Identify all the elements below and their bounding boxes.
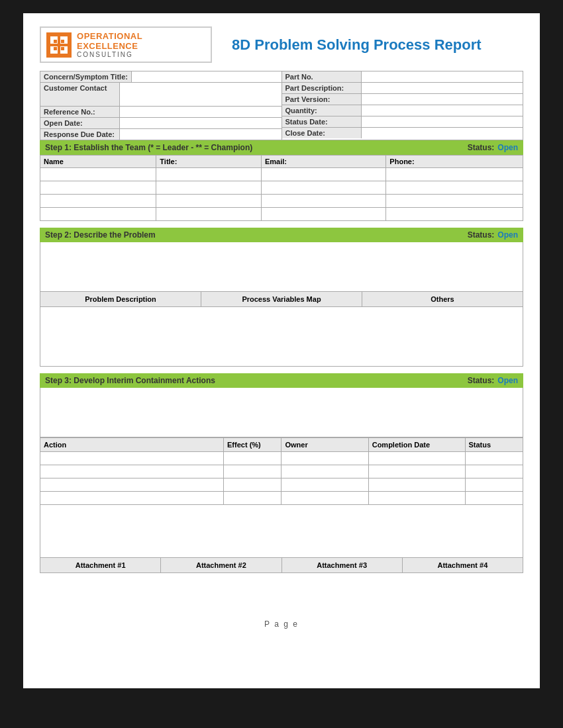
part-version-row: Part Version: <box>282 94 523 105</box>
response-due-label: Response Due Date: <box>40 129 120 140</box>
top-right: Part No. Part Description: Part Version:… <box>282 71 523 140</box>
tool-problem-desc[interactable]: Problem Description <box>40 292 201 306</box>
quantity-value[interactable] <box>362 105 523 116</box>
status-date-value[interactable] <box>362 116 523 127</box>
team-table: Name Title: Email: Phone: <box>40 155 523 221</box>
svg-rect-5 <box>61 40 64 43</box>
part-no-row: Part No. <box>282 71 523 83</box>
close-date-label: Close Date: <box>282 128 362 138</box>
customer-contact-label: Customer Contact <box>40 83 120 106</box>
step1-subtitle: (* = Leader - ** = Champion) <box>148 143 252 152</box>
attachment-4[interactable]: Attachment #4 <box>403 558 523 572</box>
concern-value[interactable] <box>132 71 282 82</box>
tools-row: Problem Description Process Variables Ma… <box>40 292 523 307</box>
col-name: Name <box>40 156 156 168</box>
part-no-value[interactable] <box>362 71 523 82</box>
reference-value[interactable] <box>120 107 282 117</box>
status-date-label: Status Date: <box>282 116 362 127</box>
svg-rect-7 <box>61 47 64 50</box>
quantity-row: Quantity: <box>282 105 523 116</box>
team-row-1[interactable] <box>40 168 523 181</box>
team-row-2[interactable] <box>40 181 523 195</box>
action-table: Action Effect (%) Owner Completion Date … <box>40 437 523 505</box>
open-date-row: Open Date: <box>40 118 282 129</box>
concern-row: Concern/Symptom Title: <box>40 71 282 83</box>
close-date-value[interactable] <box>362 128 523 138</box>
attachment-1[interactable]: Attachment #1 <box>40 558 161 572</box>
brand-perational: PERATIONAL <box>84 31 142 41</box>
team-table-header: Name Title: Email: Phone: <box>40 156 523 168</box>
open-date-value[interactable] <box>120 118 282 128</box>
step2-title: Step 2: Describe the Problem <box>45 230 156 240</box>
part-desc-label: Part Description: <box>282 83 362 93</box>
step3-header: Step 3: Develop Interim Containment Acti… <box>40 373 523 388</box>
team-row-3[interactable] <box>40 195 523 208</box>
action-row-4[interactable] <box>40 492 523 505</box>
svg-rect-6 <box>54 47 57 50</box>
team-row-4[interactable] <box>40 208 523 221</box>
step3-lower-area[interactable] <box>40 505 523 558</box>
step1-status-label: Status: <box>468 143 495 152</box>
attachment-3[interactable]: Attachment #3 <box>282 558 403 572</box>
step3-status: Status: Open <box>468 376 518 385</box>
step2-lower-area[interactable] <box>40 307 523 367</box>
step1-title: Step 1: Establish the Team (* = Leader -… <box>45 143 252 152</box>
open-date-label: Open Date: <box>40 118 120 128</box>
response-due-row: Response Due Date: <box>40 129 282 140</box>
col-effect: Effect (%) <box>224 438 282 452</box>
logo-icon <box>46 32 72 58</box>
col-title: Title: <box>156 156 262 168</box>
page-header: OPERATIONAL EXCELLENCE CONSULTING 8D Pro… <box>40 26 523 63</box>
action-table-header: Action Effect (%) Owner Completion Date … <box>40 438 523 452</box>
report-title: 8D Problem Solving Process Report <box>232 36 523 54</box>
col-email: Email: <box>262 156 386 168</box>
attachment-2[interactable]: Attachment #2 <box>161 558 282 572</box>
top-left: Concern/Symptom Title: Customer Contact … <box>40 71 282 140</box>
attachment-row: Attachment #1 Attachment #2 Attachment #… <box>40 558 523 573</box>
step1-status: Status: Open <box>468 143 518 152</box>
col-phone: Phone: <box>386 156 523 168</box>
step3-status-value: Open <box>497 376 518 385</box>
part-version-label: Part Version: <box>282 94 362 105</box>
customer-contact-value[interactable] <box>120 83 282 106</box>
close-date-row: Close Date: <box>282 128 523 138</box>
step3-status-label: Status: <box>468 376 495 385</box>
top-form: Concern/Symptom Title: Customer Contact … <box>40 71 523 140</box>
action-row-1[interactable] <box>40 452 523 465</box>
col-owner: Owner <box>282 438 368 452</box>
brand-o: O <box>77 31 84 41</box>
col-status: Status <box>465 438 523 452</box>
action-row-2[interactable] <box>40 465 523 478</box>
footer-area <box>40 573 523 606</box>
concern-label: Concern/Symptom Title: <box>40 71 132 82</box>
step2-header: Step 2: Describe the Problem Status: Ope… <box>40 228 523 242</box>
step2-content-area[interactable] <box>40 242 523 292</box>
footer-text: P a g e <box>264 619 299 629</box>
step1-status-value: Open <box>497 143 518 152</box>
part-version-value[interactable] <box>362 94 523 105</box>
part-desc-row: Part Description: <box>282 83 523 94</box>
tool-others[interactable]: Others <box>362 292 523 306</box>
reference-row: Reference No.: <box>40 107 282 118</box>
step1-title-text: Step 1: Establish the Team <box>45 143 146 152</box>
col-action: Action <box>40 438 224 452</box>
page-footer: P a g e <box>40 619 523 629</box>
tool-process-vars[interactable]: Process Variables Map <box>201 292 362 306</box>
col-completion-date: Completion Date <box>368 438 465 452</box>
logo-box: OPERATIONAL EXCELLENCE CONSULTING <box>40 26 212 63</box>
report-page: OPERATIONAL EXCELLENCE CONSULTING 8D Pro… <box>23 13 540 688</box>
action-row-3[interactable] <box>40 478 523 492</box>
step2-status: Status: Open <box>468 230 518 240</box>
part-desc-value[interactable] <box>362 83 523 93</box>
logo-brand: OPERATIONAL EXCELLENCE <box>77 31 205 51</box>
svg-rect-4 <box>54 40 57 43</box>
part-no-label: Part No. <box>282 71 362 82</box>
response-due-value[interactable] <box>120 129 282 140</box>
step2-status-label: Status: <box>468 230 495 240</box>
step1-header: Step 1: Establish the Team (* = Leader -… <box>40 140 523 155</box>
step2-status-value: Open <box>497 230 518 240</box>
step3-content-area[interactable] <box>40 388 523 437</box>
step3-title: Step 3: Develop Interim Containment Acti… <box>45 376 215 385</box>
logo-sub: CONSULTING <box>77 51 205 58</box>
brand-xcellence: XCELLENCE <box>83 41 138 51</box>
